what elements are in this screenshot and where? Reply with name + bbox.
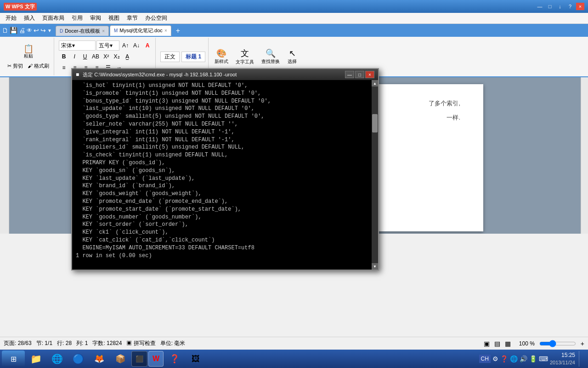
maximize-button[interactable]: ↓ (556, 3, 564, 10)
taskbar-explorer[interactable]: 📁 (26, 351, 46, 367)
col-status: 列: 1 (76, 339, 88, 347)
font-size-selector[interactable]: 五号▾ (96, 40, 119, 51)
tab-docer-close[interactable]: × (102, 29, 105, 34)
cmd-line: `last_update` int(10) unsigned NOT NULL … (76, 105, 368, 113)
cmd-restore-btn[interactable]: □ (355, 71, 364, 78)
tab-mysql[interactable]: M Mysql优化笔记.doc × (110, 25, 171, 36)
new-doc-icon[interactable]: 🗋 (2, 27, 8, 34)
title-bar: W WPS 文字 — □ ↓ ? × (0, 0, 588, 13)
undo-icon[interactable]: ↩ (34, 27, 39, 34)
view-print-btn[interactable]: ▤ (494, 340, 500, 347)
cmd-title-text: 选定 C:\Windows\system32\cmd.exe - mysql -… (83, 71, 343, 78)
cmd-line: `suppliers_id` smallint(5) unsigned DEFA… (76, 144, 368, 151)
zoom-slider[interactable] (539, 340, 576, 347)
decrease-font-btn[interactable]: A↓ (131, 40, 141, 51)
menu-page-layout[interactable]: 页面布局 (39, 13, 68, 23)
font-color-btn[interactable]: A (142, 40, 153, 51)
cmd-window: ■ 选定 C:\Windows\system32\cmd.exe - mysql… (71, 68, 379, 270)
restore-button[interactable]: □ (546, 3, 554, 10)
style-normal[interactable]: 正文 (160, 52, 180, 62)
spell-check-btn[interactable]: ▣ 拼写检查 (126, 339, 155, 347)
cmd-scroll-down-btn[interactable]: ▼ (372, 263, 378, 270)
tab-mysql-close[interactable]: × (164, 28, 167, 33)
view-web-btn[interactable]: ▦ (505, 340, 511, 347)
tray-keyboard-icon[interactable]: ⌨ (539, 355, 548, 362)
taskbar-app5[interactable]: 📦 (110, 351, 130, 367)
tray-lang[interactable]: CH (479, 355, 491, 363)
find-replace-label: 查找替换 (261, 58, 280, 65)
bold-button[interactable]: B (59, 52, 69, 62)
taskbar-wps[interactable]: W (148, 351, 164, 367)
paste-label: 粘贴 (24, 53, 33, 59)
find-replace-button[interactable]: 🔍 查找替换 (259, 47, 282, 66)
redo-icon[interactable]: ↪ (40, 27, 46, 34)
menu-view[interactable]: 视图 (105, 13, 123, 23)
underline-button[interactable]: U (80, 52, 90, 62)
quick-access-bar: 🗋 💾 🖨 👁 ↩ ↪ ▼ (2, 27, 52, 34)
style-heading1[interactable]: 标题 1 (181, 52, 205, 62)
show-desktop-btn[interactable] (579, 351, 582, 367)
select-label: 选择 (288, 58, 297, 65)
taskbar-firefox[interactable]: 🦊 (89, 351, 109, 367)
cmd-scroll-thumb[interactable] (372, 114, 378, 132)
help-button[interactable]: ? (566, 3, 574, 10)
italic-button[interactable]: I (69, 52, 79, 62)
char-shading-button[interactable]: A̲ (122, 52, 132, 62)
menu-review[interactable]: 审阅 (86, 13, 105, 23)
menu-reference[interactable]: 引用 (68, 13, 86, 23)
text-tools-button[interactable]: 文 文字工具 (233, 46, 256, 67)
font-name-selector[interactable]: 宋体▾ (59, 40, 96, 51)
taskbar-ie[interactable]: 🔵 (68, 351, 88, 367)
select-button[interactable]: ↖ 选择 (285, 47, 300, 66)
new-style-button[interactable]: 🎨 新样式 (212, 47, 231, 66)
format-painter-button[interactable]: 🖌 格式刷 (26, 62, 51, 70)
close-button[interactable]: × (576, 3, 584, 10)
cmd-scroll-up-btn[interactable]: ▲ (372, 80, 378, 86)
style-gallery: 正文 标题 1 (160, 52, 205, 62)
qa-dropdown-icon[interactable]: ▼ (47, 28, 52, 33)
superscript-button[interactable]: X² (101, 52, 111, 62)
view-normal-btn[interactable]: ▣ (484, 340, 490, 347)
menu-office[interactable]: 办公空间 (141, 13, 171, 23)
cmd-scrollbar[interactable]: ▲ ▼ (372, 80, 378, 270)
menu-insert[interactable]: 插入 (20, 13, 39, 23)
taskbar-chrome[interactable]: 🌐 (47, 351, 67, 367)
menu-section[interactable]: 章节 (123, 13, 141, 23)
cmd-line: `bonus_type_id` tinyint(3) unsigned NOT … (76, 98, 368, 105)
system-tray: CH ⚙ ❓ 🌐 🔊 🔋 ⌨ 15:25 2013/11/24 (479, 351, 586, 367)
zoom-in-btn[interactable]: + (581, 340, 584, 347)
tray-network-icon[interactable]: 🌐 (510, 355, 518, 362)
taskbar-images[interactable]: 🖼 (186, 351, 206, 367)
cmd-line-click-count: KEY `ck1` (`click_count`), (76, 229, 368, 236)
save-icon[interactable]: 💾 (10, 27, 17, 34)
clock-display[interactable]: 15:25 2013/11/24 (550, 352, 575, 366)
title-controls: — □ ↓ ? × (536, 3, 584, 10)
print-icon[interactable]: 🖨 (19, 27, 25, 34)
start-button[interactable]: ⊞ (2, 351, 25, 367)
minimize-button[interactable]: — (536, 3, 544, 10)
cmd-line: KEY `goods_sn` (`goods_sn`), (76, 167, 368, 175)
tab-docer[interactable]: D Docer-在线模板 × (56, 26, 109, 36)
align-left-btn[interactable]: ≡ (59, 63, 69, 73)
menu-start[interactable]: 开始 (2, 13, 20, 23)
paste-button[interactable]: 📋 粘贴 (21, 43, 36, 61)
cmd-body[interactable]: `is_hot` tinyint(1) unsigned NOT NULL DE… (72, 80, 372, 270)
tray-volume-icon[interactable]: 🔊 (520, 355, 527, 362)
right-scrollbar[interactable] (581, 77, 588, 234)
cmd-input-line[interactable]: mysql> x,y , index xy(x,y), index yx(y,x… (76, 261, 368, 270)
cmd-close-btn[interactable]: × (365, 71, 374, 78)
increase-font-btn[interactable]: A↑ (120, 40, 130, 51)
font-ab-button[interactable]: AB (90, 52, 101, 62)
cmd-content: `is_hot` tinyint(1) unsigned NOT NULL DE… (72, 80, 378, 270)
cmd-minimize-btn[interactable]: — (345, 71, 354, 78)
print-preview-icon[interactable]: 👁 (27, 27, 32, 34)
taskbar-cmd[interactable]: ⬛ (131, 351, 147, 367)
subscript-button[interactable]: X₂ (112, 52, 122, 62)
tray-battery-icon[interactable]: 🔋 (529, 355, 537, 362)
taskbar-app8[interactable]: ❓ (164, 351, 185, 367)
tray-settings-icon[interactable]: ⚙ (492, 355, 498, 362)
cut-button[interactable]: ✂ 剪切 (6, 62, 25, 70)
menu-bar: 开始 插入 页面布局 引用 审阅 视图 章节 办公空间 (0, 13, 588, 24)
tray-help-icon[interactable]: ❓ (500, 355, 508, 362)
tab-add-button[interactable]: + (172, 26, 184, 36)
